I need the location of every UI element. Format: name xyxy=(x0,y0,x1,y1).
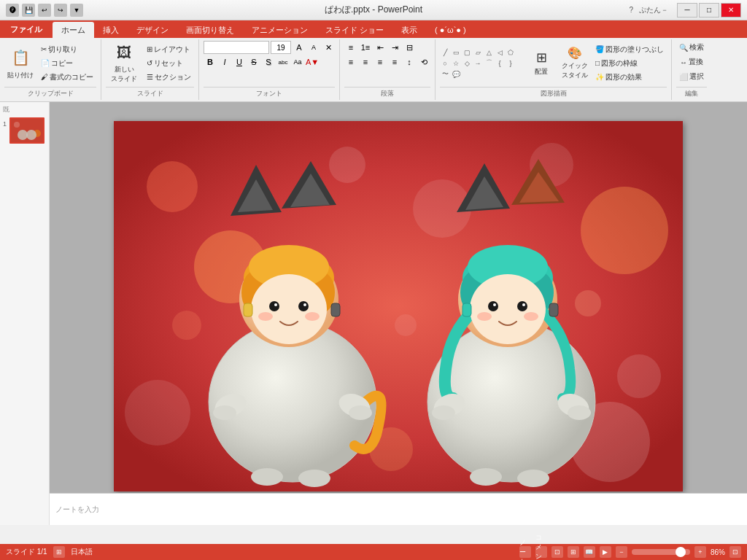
bracket-shape[interactable]: { xyxy=(495,58,505,69)
window-title: ぱわぽ.pptx - PowerPoint xyxy=(325,4,422,16)
font-group: A A ✕ B I U S S abc Aa A▼ フォント xyxy=(199,39,340,100)
font-size-up-btn[interactable]: A xyxy=(293,41,306,54)
reset-button[interactable]: ↺ リセット xyxy=(144,57,194,70)
font-name-input[interactable] xyxy=(204,41,269,54)
close-btn[interactable]: ✕ xyxy=(721,3,741,18)
triangle-shape[interactable]: △ xyxy=(484,47,494,58)
round-rect-shape[interactable]: ▢ xyxy=(462,47,472,58)
line-shape[interactable]: ╱ xyxy=(440,47,450,58)
accessibility-icon[interactable]: ⊞ xyxy=(53,546,65,558)
slide-thumbnail[interactable] xyxy=(9,117,44,144)
new-slide-button[interactable]: 🖼 新しい スライド xyxy=(106,42,142,85)
font-size-down-btn[interactable]: A xyxy=(307,41,320,54)
text-dir-btn[interactable]: ⟲ xyxy=(417,55,430,69)
fit-slide-btn[interactable]: ⊡ xyxy=(729,546,741,558)
clipboard-label: クリップボード xyxy=(4,87,96,98)
italic-btn[interactable]: I xyxy=(218,55,231,69)
ribbon: 📋 貼り付け ✂ 切り取り 📄 コピー 🖌 書式のコピー クリップボ xyxy=(0,38,747,102)
section-button[interactable]: ☰ セクション xyxy=(144,71,194,84)
edit-label: 編集 xyxy=(676,87,707,98)
zoom-out-btn[interactable]: − xyxy=(616,546,627,558)
number-list-btn[interactable]: 1≡ xyxy=(359,41,372,54)
tab-file[interactable]: ファイル xyxy=(0,20,53,38)
align-right-btn[interactable]: ≡ xyxy=(374,55,387,69)
redo-icon[interactable]: ↪ xyxy=(54,4,67,17)
svg-point-13 xyxy=(125,380,190,446)
normal-view-btn[interactable]: ⊡ xyxy=(551,546,563,558)
star-shape[interactable]: ☆ xyxy=(451,58,461,69)
arrange-button[interactable]: ⊞ 配置 xyxy=(525,42,557,85)
minimize-btn[interactable]: ─ xyxy=(677,3,697,18)
clear-format-btn[interactable]: ✕ xyxy=(322,41,335,54)
tab-slideshow[interactable]: スライド ショー xyxy=(317,22,392,38)
undo-icon[interactable]: ↩ xyxy=(38,4,51,17)
pentagon-shape[interactable]: ⬠ xyxy=(506,47,516,58)
svg-point-33 xyxy=(298,301,309,311)
slide-canvas[interactable] xyxy=(114,121,683,491)
tab-insert[interactable]: 挿入 xyxy=(94,22,128,38)
zoom-thumb[interactable] xyxy=(676,547,686,557)
cut-button[interactable]: ✂ 切り取り xyxy=(38,43,96,56)
select-btn[interactable]: ⬜ 選択 xyxy=(676,70,707,83)
increase-indent-btn[interactable]: ⇥ xyxy=(388,41,401,54)
tab-design[interactable]: デザイン xyxy=(128,22,177,38)
paste-button[interactable]: 📋 貼り付け xyxy=(4,42,36,85)
replace-label: 置換 xyxy=(689,57,703,67)
shadow-btn[interactable]: S xyxy=(262,55,275,69)
notes-btn[interactable]: ノート xyxy=(519,546,531,558)
quickaccess-icon[interactable]: ▼ xyxy=(70,4,83,17)
zoom-slider[interactable] xyxy=(632,549,690,555)
tab-home[interactable]: ホーム xyxy=(53,22,94,38)
shape-effect-btn[interactable]: ✨ 図形の効果 xyxy=(592,71,667,84)
drawing-group: ╱ ▭ ▢ ▱ △ ◁ ⬠ ○ ☆ ◇ → ⌒ { } 〜 💬 xyxy=(436,39,672,100)
font-color-btn[interactable]: A▼ xyxy=(306,55,319,69)
diamond-shape[interactable]: ◇ xyxy=(462,58,472,69)
slide-sorter-btn[interactable]: ⊞ xyxy=(568,546,579,558)
curved-shape[interactable]: ⌒ xyxy=(484,58,494,69)
quick-styles-button[interactable]: 🎨 クイックスタイル xyxy=(559,42,591,85)
shape-fill-btn[interactable]: 🪣 図形の塗りつぶし xyxy=(592,43,667,56)
font-size-input[interactable] xyxy=(271,41,291,54)
wave-shape[interactable]: 〜 xyxy=(440,69,450,79)
callout-shape[interactable]: 💬 xyxy=(451,69,461,79)
rtriangle-shape[interactable]: ◁ xyxy=(495,47,505,58)
rect-shape[interactable]: ▭ xyxy=(451,47,461,58)
copy-button[interactable]: 📄 コピー xyxy=(38,57,96,70)
columns-btn[interactable]: ⊟ xyxy=(403,41,416,54)
line-spacing-btn[interactable]: ↕ xyxy=(403,55,416,69)
bullet-list-btn[interactable]: ≡ xyxy=(344,41,357,54)
reading-view-btn[interactable]: 📖 xyxy=(584,546,595,558)
arrow-shape[interactable]: → xyxy=(473,58,483,69)
help-btn[interactable]: ? xyxy=(629,6,633,14)
parallelogram-shape[interactable]: ▱ xyxy=(473,47,483,58)
replace-btn[interactable]: ↔ 置換 xyxy=(677,55,706,69)
case-btn[interactable]: Aa xyxy=(291,55,304,69)
edit-content: 🔍 検索 ↔ 置換 ⬜ 選択 xyxy=(676,41,707,85)
align-left-btn[interactable]: ≡ xyxy=(344,55,357,69)
align-justify-btn[interactable]: ≡ xyxy=(388,55,401,69)
tab-extras[interactable]: ( ●´ω`● ) xyxy=(426,22,475,38)
tab-animations[interactable]: アニメーション xyxy=(243,22,317,38)
align-center-btn[interactable]: ≡ xyxy=(359,55,372,69)
format-paint-button[interactable]: 🖌 書式のコピー xyxy=(38,71,96,84)
save-icon[interactable]: 💾 xyxy=(22,4,35,17)
search-btn[interactable]: 🔍 検索 xyxy=(676,41,707,54)
strikethrough-btn[interactable]: S xyxy=(247,55,260,69)
restore-btn[interactable]: □ xyxy=(699,3,719,18)
tab-review[interactable]: 表示 xyxy=(392,22,426,38)
layout-button[interactable]: ⊞ レイアウト xyxy=(144,43,194,56)
svg-point-35 xyxy=(303,303,306,306)
comments-btn[interactable]: コメント xyxy=(535,546,547,558)
zoom-in-btn[interactable]: + xyxy=(694,546,706,558)
brace-shape[interactable]: } xyxy=(506,58,516,69)
shape-outline-btn[interactable]: □ 図形の枠線 xyxy=(592,57,667,70)
slide-thumb-item[interactable]: 1 xyxy=(3,117,46,144)
spacing-btn[interactable]: abc xyxy=(276,55,290,69)
notes-panel[interactable]: ノートを入力 xyxy=(50,493,747,525)
slideshow-btn[interactable]: ▶ xyxy=(600,546,611,558)
tab-transitions[interactable]: 画面切り替え xyxy=(177,22,243,38)
bold-btn[interactable]: B xyxy=(204,55,217,69)
circle-shape[interactable]: ○ xyxy=(440,58,450,69)
decrease-indent-btn[interactable]: ⇤ xyxy=(374,41,387,54)
underline-btn[interactable]: U xyxy=(233,55,246,69)
